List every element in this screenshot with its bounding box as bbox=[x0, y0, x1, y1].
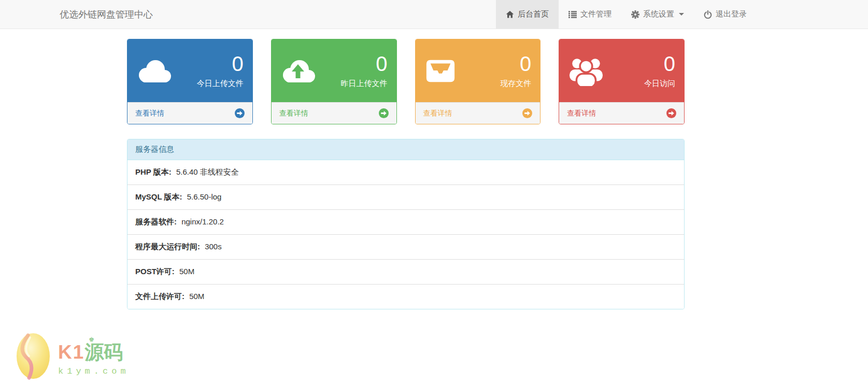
stat-value: 0 bbox=[341, 53, 388, 74]
stat-card-yesterday-uploads: 0 昨日上传文件 查看详情 bbox=[271, 39, 397, 124]
arrow-circle-right-icon bbox=[235, 108, 245, 118]
arrow-circle-right-icon bbox=[666, 108, 676, 118]
arrow-circle-right-icon bbox=[379, 108, 389, 118]
view-details-label: 查看详情 bbox=[279, 109, 308, 118]
server-info-row-upload-limit: 文件上传许可: 50M bbox=[127, 285, 684, 309]
stat-card-heading: 0 今日上传文件 bbox=[127, 39, 252, 102]
watermark-logo: K1 ♚ 源码 k1ym.com bbox=[15, 331, 130, 380]
stat-label: 今日访问 bbox=[644, 79, 675, 89]
server-info-title: 服务器信息 bbox=[127, 139, 684, 160]
view-details-label: 查看详情 bbox=[567, 109, 596, 118]
cloud-icon bbox=[136, 58, 175, 84]
stat-card-existing-files: 0 现存文件 查看详情 bbox=[415, 39, 541, 124]
cloud-upload-icon bbox=[280, 58, 319, 84]
watermark-brand-latin: K1 bbox=[58, 343, 84, 362]
watermark-brand: K1 ♚ 源码 bbox=[58, 343, 130, 362]
nav-item-file-management[interactable]: 文件管理 bbox=[559, 0, 621, 29]
row-label: 文件上传许可: bbox=[135, 292, 184, 301]
view-details-link[interactable]: 查看详情 bbox=[272, 102, 396, 124]
watermark-site-url: k1ym.com bbox=[58, 367, 130, 376]
stat-card-heading: 0 现存文件 bbox=[416, 39, 540, 102]
stat-card-today-uploads: 0 今日上传文件 查看详情 bbox=[127, 39, 253, 124]
server-info-row-post-limit: POST许可: 50M bbox=[127, 260, 684, 285]
server-info-row-max-exec-time: 程序最大运行时间: 300s bbox=[127, 235, 684, 260]
stat-card-today-visits: 0 今日访问 查看详情 bbox=[559, 39, 685, 124]
nav-item-label: 退出登录 bbox=[716, 9, 747, 19]
gear-icon bbox=[631, 10, 639, 19]
view-details-link[interactable]: 查看详情 bbox=[559, 102, 684, 124]
caret-down-icon bbox=[679, 13, 684, 16]
nav-item-label: 文件管理 bbox=[580, 9, 611, 19]
row-label: MySQL 版本: bbox=[135, 192, 182, 201]
stat-cards-row: 0 今日上传文件 查看详情 bbox=[127, 39, 685, 124]
row-label: POST许可: bbox=[135, 267, 175, 276]
power-icon bbox=[704, 10, 712, 19]
row-label: PHP 版本: bbox=[135, 167, 172, 176]
list-icon bbox=[568, 10, 577, 19]
nav-item-label: 后台首页 bbox=[518, 9, 549, 19]
nav-item-label: 系统设置 bbox=[643, 9, 674, 19]
stat-card-heading: 0 昨日上传文件 bbox=[272, 39, 396, 102]
crown-icon: ♚ bbox=[89, 336, 94, 343]
egg-logo-icon bbox=[15, 331, 52, 380]
view-details-link[interactable]: 查看详情 bbox=[127, 102, 252, 124]
home-icon bbox=[506, 10, 514, 19]
nav-item-system-settings[interactable]: 系统设置 bbox=[621, 0, 694, 29]
stat-value: 0 bbox=[197, 53, 244, 74]
server-info-row-php: PHP 版本: 5.6.40 非线程安全 bbox=[127, 160, 684, 185]
stat-label: 现存文件 bbox=[500, 79, 531, 89]
server-info-row-mysql: MySQL 版本: 5.6.50-log bbox=[127, 185, 684, 210]
row-value: 300s bbox=[205, 242, 222, 251]
nav-item-dashboard[interactable]: 后台首页 bbox=[496, 0, 559, 29]
stat-value: 0 bbox=[644, 53, 675, 74]
stat-label: 昨日上传文件 bbox=[341, 79, 388, 89]
arrow-circle-right-icon bbox=[522, 108, 532, 118]
nav-item-logout[interactable]: 退出登录 bbox=[694, 0, 757, 29]
view-details-label: 查看详情 bbox=[135, 109, 164, 118]
app-title: 优选外链网盘管理中心 bbox=[60, 0, 153, 29]
stat-card-heading: 0 今日访问 bbox=[559, 39, 684, 102]
row-value: nginx/1.20.2 bbox=[181, 217, 224, 226]
row-value: 5.6.40 非线程安全 bbox=[176, 167, 239, 176]
users-icon bbox=[568, 56, 604, 86]
stat-value: 0 bbox=[500, 53, 531, 74]
main-content: 0 今日上传文件 查看详情 bbox=[127, 39, 685, 309]
server-info-row-software: 服务器软件: nginx/1.20.2 bbox=[127, 210, 684, 235]
view-details-link[interactable]: 查看详情 bbox=[416, 102, 540, 124]
top-navbar: 优选外链网盘管理中心 后台首页 文件管理 bbox=[0, 0, 868, 29]
row-label: 服务器软件: bbox=[135, 217, 177, 226]
view-details-label: 查看详情 bbox=[423, 109, 452, 118]
navbar-menu: 后台首页 文件管理 bbox=[496, 0, 757, 29]
row-label: 程序最大运行时间: bbox=[135, 242, 200, 251]
inbox-icon bbox=[424, 56, 457, 86]
stat-label: 今日上传文件 bbox=[197, 79, 244, 89]
watermark-brand-cn: ♚ 源码 bbox=[84, 343, 123, 362]
row-value: 5.6.50-log bbox=[187, 192, 222, 201]
row-value: 50M bbox=[189, 292, 204, 301]
server-info-panel: 服务器信息 PHP 版本: 5.6.40 非线程安全 MySQL 版本: 5.6… bbox=[127, 139, 685, 309]
row-value: 50M bbox=[179, 267, 194, 276]
